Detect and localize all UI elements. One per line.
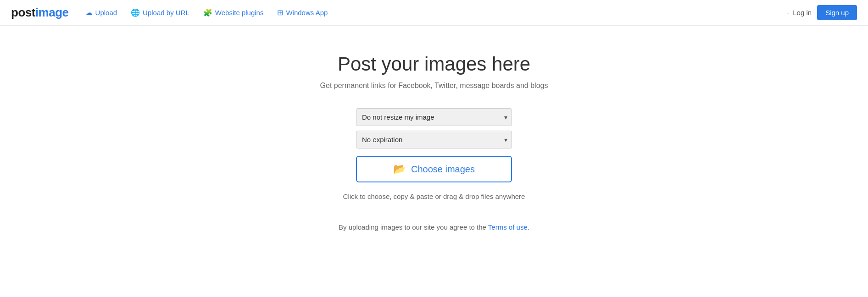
resize-dropdown[interactable]: Do not resize my imageLarge (1600x1200)M… (356, 108, 512, 126)
nav-links: ☁ Upload 🌐 Upload by URL 🧩 Website plugi… (80, 6, 784, 20)
terms-link[interactable]: Terms of use (488, 223, 528, 231)
terms-text: By uploading images to our site you agre… (339, 223, 529, 231)
main-content: Post your images here Get permanent link… (0, 26, 868, 231)
folder-open-icon: 📂 (393, 163, 406, 175)
globe-icon: 🌐 (131, 8, 140, 17)
terms-suffix: . (528, 223, 529, 231)
login-label: Log in (793, 9, 812, 16)
login-icon: → (783, 9, 790, 16)
page-subtitle: Get permanent links for Facebook, Twitte… (320, 82, 548, 90)
upload-icon: ☁ (85, 8, 93, 17)
upload-controls: Do not resize my imageLarge (1600x1200)M… (356, 108, 512, 182)
navbar-right: → Log in Sign up (783, 5, 857, 20)
logo-image: image (35, 6, 69, 20)
nav-upload[interactable]: ☁ Upload (80, 6, 123, 20)
drag-hint: Click to choose, copy & paste or drag & … (343, 192, 525, 200)
nav-windows-app-label: Windows App (286, 9, 328, 16)
choose-images-label: Choose images (411, 164, 475, 175)
nav-website-plugins-label: Website plugins (215, 9, 264, 16)
nav-website-plugins[interactable]: 🧩 Website plugins (198, 6, 269, 20)
nav-upload-label: Upload (95, 9, 117, 16)
puzzle-icon: 🧩 (203, 8, 212, 17)
navbar: postimage ☁ Upload 🌐 Upload by URL 🧩 Web… (0, 0, 868, 26)
choose-images-button[interactable]: 📂 Choose images (356, 156, 512, 182)
page-title: Post your images here (338, 53, 530, 75)
expiration-dropdown[interactable]: No expiration5 minutes1 hour1 day1 week1… (356, 131, 512, 148)
signup-button[interactable]: Sign up (817, 5, 857, 20)
logo-post: post (11, 6, 35, 20)
brand-logo[interactable]: postimage (11, 6, 69, 20)
nav-windows-app[interactable]: ⊞ Windows App (272, 6, 333, 20)
expiration-dropdown-wrapper: No expiration5 minutes1 hour1 day1 week1… (356, 131, 512, 148)
terms-prefix: By uploading images to our site you agre… (339, 223, 488, 231)
windows-icon: ⊞ (277, 8, 283, 17)
login-link[interactable]: → Log in (783, 9, 812, 16)
nav-upload-by-url[interactable]: 🌐 Upload by URL (125, 6, 195, 20)
nav-upload-by-url-label: Upload by URL (143, 9, 189, 16)
resize-dropdown-wrapper: Do not resize my imageLarge (1600x1200)M… (356, 108, 512, 126)
